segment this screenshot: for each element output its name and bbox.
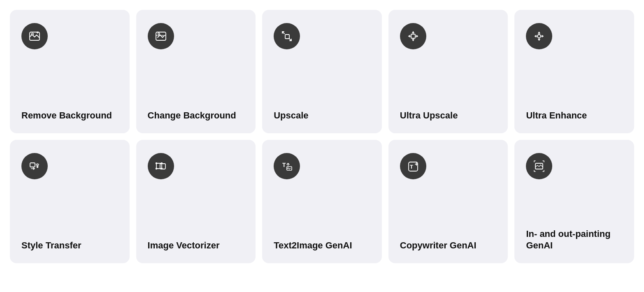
card-label-ultra-enhance: Ultra Enhance: [526, 100, 587, 122]
card-ultra-enhance[interactable]: Ultra Enhance: [514, 10, 634, 133]
svg-rect-22: [156, 163, 162, 169]
change-bg-icon: [148, 23, 174, 49]
card-copywriter-genai[interactable]: T Copywriter GenAI: [388, 140, 508, 263]
svg-rect-23: [160, 164, 165, 169]
svg-rect-7: [285, 35, 289, 39]
card-label-copywriter-genai: Copywriter GenAI: [400, 230, 477, 252]
card-upscale[interactable]: Upscale: [262, 10, 382, 133]
card-label-image-vectorizer: Image Vectorizer: [148, 230, 220, 252]
card-remove-background[interactable]: Remove Background: [10, 10, 130, 133]
image-vectorizer-icon: [148, 153, 174, 179]
svg-point-24: [156, 163, 157, 164]
card-ultra-upscale[interactable]: Ultra Upscale: [388, 10, 508, 133]
svg-text:T: T: [410, 164, 413, 170]
svg-text:T: T: [282, 162, 286, 168]
card-change-background[interactable]: Change Background: [136, 10, 256, 133]
card-label-ultra-upscale: Ultra Upscale: [400, 100, 458, 122]
ultra-enhance-icon: [526, 23, 552, 49]
remove-bg-icon: [21, 23, 48, 49]
card-image-vectorizer[interactable]: Image Vectorizer: [136, 140, 256, 263]
svg-rect-20: [30, 163, 35, 167]
card-label-text2image-genai: Text2Image GenAI: [274, 230, 352, 252]
svg-point-15: [537, 35, 541, 38]
card-label-change-background: Change Background: [148, 100, 236, 122]
card-label-remove-background: Remove Background: [21, 100, 112, 122]
card-inpainting-genai[interactable]: In- and out-painting GenAI: [514, 140, 634, 263]
svg-point-21: [37, 167, 38, 168]
svg-point-27: [161, 168, 162, 169]
card-label-upscale: Upscale: [274, 100, 308, 122]
svg-point-25: [161, 163, 162, 164]
card-style-transfer[interactable]: Style Transfer: [10, 140, 130, 263]
card-label-style-transfer: Style Transfer: [21, 230, 81, 252]
card-text2image-genai[interactable]: T Text2Image GenAI: [262, 140, 382, 263]
text2image-icon: T: [274, 153, 300, 179]
ultra-upscale-icon: [400, 23, 426, 49]
style-transfer-icon: [21, 153, 48, 179]
inpainting-icon: [526, 153, 552, 179]
copywriter-icon: T: [400, 153, 426, 179]
upscale-icon: [274, 23, 300, 49]
tool-grid: Remove Background Change Background: [10, 10, 634, 263]
card-label-inpainting-genai: In- and out-painting GenAI: [526, 218, 623, 252]
svg-point-6: [158, 33, 160, 35]
svg-point-26: [156, 168, 157, 169]
svg-point-1: [32, 33, 34, 35]
svg-rect-10: [411, 34, 415, 38]
